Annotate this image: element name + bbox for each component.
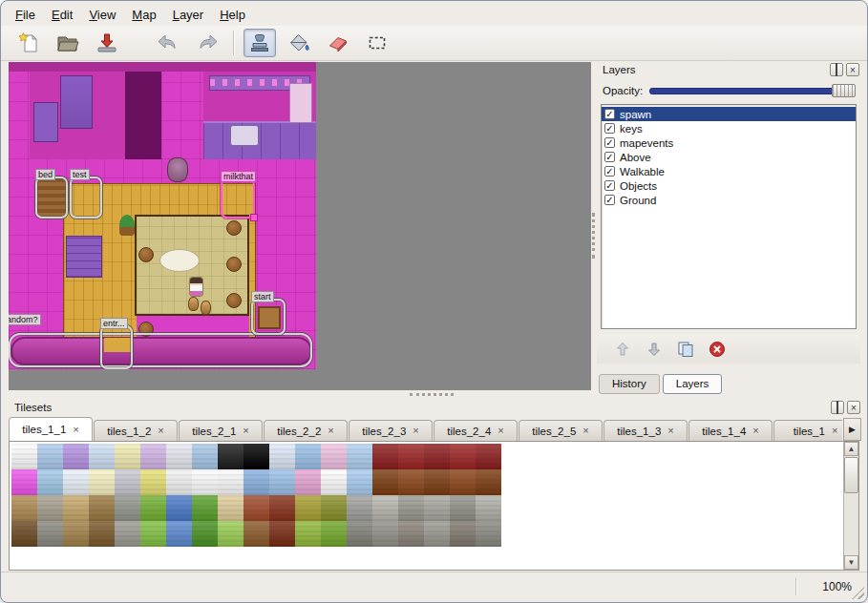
- tile[interactable]: [321, 495, 347, 521]
- tile[interactable]: [450, 521, 476, 547]
- close-tab-icon[interactable]: ×: [158, 426, 163, 436]
- tile[interactable]: [372, 521, 398, 547]
- tile[interactable]: [37, 469, 63, 495]
- layers-dock-header[interactable]: Layers ×: [597, 62, 860, 79]
- opacity-slider-handle[interactable]: [832, 84, 856, 97]
- tile[interactable]: [450, 495, 476, 521]
- opacity-slider[interactable]: [649, 82, 856, 99]
- tile[interactable]: [89, 444, 115, 469]
- tileset-tab-tiles_1_1[interactable]: tiles_1_1×: [9, 417, 93, 441]
- map[interactable]: bed test milkthat start random? entr...: [9, 62, 316, 369]
- horizontal-splitter-handle[interactable]: [410, 393, 454, 396]
- tab-history[interactable]: History: [599, 374, 660, 394]
- tile[interactable]: [166, 495, 192, 521]
- tile[interactable]: [450, 469, 476, 495]
- close-tab-icon[interactable]: ×: [832, 426, 837, 436]
- tileset-view[interactable]: ▲ ▼: [9, 441, 859, 571]
- tile[interactable]: [192, 495, 218, 521]
- redo-button[interactable]: [191, 29, 223, 57]
- tile[interactable]: [424, 495, 450, 521]
- tile[interactable]: [347, 521, 372, 547]
- tile[interactable]: [140, 444, 166, 469]
- menu-edit[interactable]: Edit: [45, 6, 79, 24]
- layer-checkbox[interactable]: ✓: [604, 195, 615, 205]
- vertical-splitter-handle[interactable]: [592, 213, 595, 259]
- delete-layer-button[interactable]: [707, 338, 730, 361]
- tile[interactable]: [424, 444, 450, 469]
- undo-button[interactable]: [152, 29, 184, 57]
- tile[interactable]: [321, 469, 347, 495]
- map-object-start[interactable]: [251, 299, 286, 335]
- tile[interactable]: [372, 469, 398, 495]
- tile[interactable]: [115, 495, 140, 521]
- tile[interactable]: [63, 444, 89, 469]
- tile[interactable]: [166, 521, 192, 547]
- tileset-scrollbar[interactable]: ▲ ▼: [843, 442, 858, 570]
- tile[interactable]: [295, 469, 321, 495]
- tile[interactable]: [476, 444, 501, 469]
- tile[interactable]: [398, 469, 424, 495]
- tile[interactable]: [269, 521, 295, 547]
- close-tab-icon[interactable]: ×: [498, 426, 503, 436]
- fill-tool-button[interactable]: [283, 29, 315, 57]
- tile[interactable]: [398, 495, 424, 521]
- tile[interactable]: [63, 495, 89, 521]
- layer-checkbox[interactable]: ✓: [604, 152, 615, 162]
- tileset-tab-tiles_2_2[interactable]: tiles_2_2×: [264, 420, 348, 441]
- close-tab-icon[interactable]: ×: [582, 426, 588, 436]
- map-object-test[interactable]: [70, 177, 102, 218]
- close-tab-icon[interactable]: ×: [413, 426, 418, 436]
- menu-map[interactable]: Map: [125, 6, 162, 24]
- tile[interactable]: [63, 521, 89, 547]
- tile[interactable]: [218, 444, 243, 469]
- tile[interactable]: [192, 521, 218, 547]
- tile[interactable]: [89, 521, 115, 547]
- tile[interactable]: [476, 521, 501, 547]
- tile[interactable]: [11, 469, 37, 495]
- tile[interactable]: [347, 444, 372, 469]
- select-tool-button[interactable]: [361, 29, 393, 57]
- tile[interactable]: [321, 444, 347, 469]
- tile[interactable]: [11, 521, 37, 547]
- scrollbar-thumb[interactable]: [844, 457, 858, 493]
- resize-grip[interactable]: [852, 587, 864, 599]
- map-canvas[interactable]: bed test milkthat start random? entr...: [9, 62, 591, 390]
- raise-layer-button[interactable]: [612, 338, 635, 361]
- close-tab-icon[interactable]: ×: [667, 426, 673, 436]
- tile[interactable]: [269, 444, 295, 469]
- menu-help[interactable]: Help: [213, 6, 252, 24]
- tile[interactable]: [398, 444, 424, 469]
- tile[interactable]: [295, 521, 321, 547]
- tile[interactable]: [115, 521, 140, 547]
- tile[interactable]: [372, 444, 398, 469]
- tile[interactable]: [243, 469, 269, 495]
- tab-scroll-right-button[interactable]: ▶: [843, 418, 861, 441]
- tilesets-float-button[interactable]: [831, 401, 844, 414]
- layer-list[interactable]: ✓spawn✓keys✓mapevents✓Above✓Walkable✓Obj…: [601, 104, 857, 329]
- close-tab-icon[interactable]: ×: [243, 426, 248, 436]
- tile[interactable]: [63, 469, 89, 495]
- new-map-button[interactable]: [12, 29, 45, 57]
- layer-checkbox[interactable]: ✓: [604, 109, 615, 119]
- tile[interactable]: [347, 469, 372, 495]
- opacity-slider-track[interactable]: [649, 88, 856, 94]
- menu-view[interactable]: View: [82, 6, 122, 24]
- tile[interactable]: [140, 469, 166, 495]
- tile[interactable]: [140, 521, 166, 547]
- map-object-entr[interactable]: [100, 325, 133, 369]
- tile[interactable]: [476, 495, 501, 521]
- tile[interactable]: [424, 521, 450, 547]
- tile[interactable]: [166, 469, 192, 495]
- layer-row-Walkable[interactable]: ✓Walkable: [602, 164, 856, 178]
- layers-close-button[interactable]: ×: [846, 63, 859, 76]
- tile[interactable]: [476, 469, 501, 495]
- layer-row-mapevents[interactable]: ✓mapevents: [602, 135, 856, 150]
- menu-layer[interactable]: Layer: [166, 6, 211, 24]
- layer-row-Objects[interactable]: ✓Objects: [602, 178, 856, 193]
- map-object-bed[interactable]: [35, 177, 68, 218]
- tile[interactable]: [269, 495, 295, 521]
- tile[interactable]: [37, 444, 63, 469]
- tile[interactable]: [218, 495, 243, 521]
- layer-checkbox[interactable]: ✓: [604, 166, 615, 177]
- tilesets-dock-header[interactable]: Tilesets ×: [7, 400, 861, 417]
